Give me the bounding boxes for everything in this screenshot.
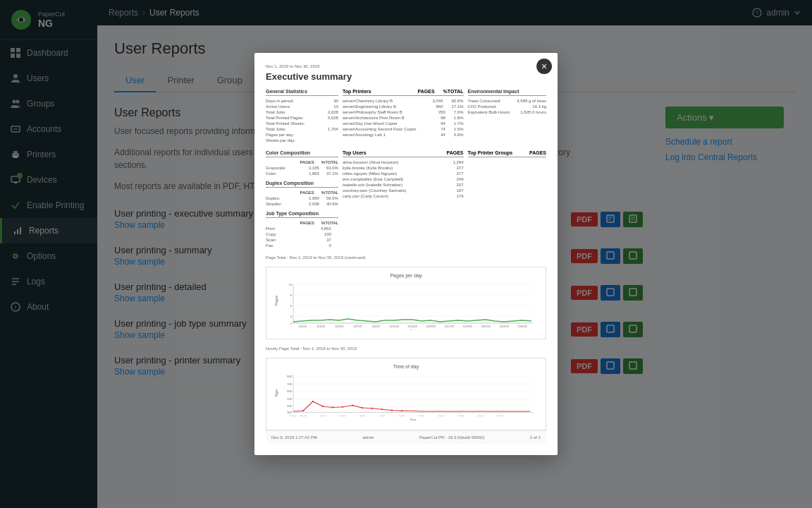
modal-close-button[interactable]: × (536, 59, 552, 74)
printer-row: server\Philosophy Staff Room B3507.0% (343, 109, 464, 115)
duplex-header: Duplex Composition (266, 181, 338, 188)
svg-text:4: 4 (290, 315, 293, 318)
printer-row: server\Architecture Print Room B881.8% (343, 115, 464, 121)
user-row: carly.carr (Carly Carson)176 (343, 193, 464, 199)
stat-row: Total Printed Sheets: (266, 121, 338, 126)
svg-text:8: 8 (290, 294, 293, 297)
user-row: courtney.sam (Courtney Samuels)197 (343, 188, 464, 193)
svg-text:6: 6 (290, 304, 293, 308)
modal-date-range: Nov 1, 2019 to Nov 30, 2019 (266, 64, 546, 68)
svg-text:04:00: 04:00 (320, 415, 326, 417)
env-row: Trees Consumed:4,589 g of trees (468, 98, 547, 104)
color-row: Color:1,86337.1% (266, 171, 338, 176)
svg-text:08:00: 08:00 (359, 415, 366, 417)
svg-point-87 (332, 406, 334, 408)
svg-text:Date: Date (410, 329, 417, 330)
environmental-section: Environmental Impact Trees Consumed:4,58… (468, 89, 547, 143)
chart2-title: Time of day (272, 364, 540, 369)
chart1-svg: Pages 10 8 6 4 2 (272, 281, 540, 330)
env-row: Equivalent Bulb Hours:1,605.0 hours (468, 109, 547, 115)
user-row: erin.campbellini (Evie Campbell)249 (343, 176, 464, 182)
footer-datetime: Dec 9, 2019 1:27:42 PM (271, 435, 317, 440)
svg-text:14:00: 14:00 (419, 415, 425, 417)
chart2-section: Time of day Pages 800 (266, 358, 546, 430)
modal-content: Nov 1, 2019 to Nov 30, 2019 Executive su… (254, 53, 558, 455)
chart1-section: Pages per day Pages 10 8 (266, 267, 546, 339)
jobtype-header-cols: PAGES%TOTAL (266, 220, 338, 226)
jobtype-row: Scan:37 (266, 237, 338, 243)
svg-text:11/17/19: 11/17/19 (444, 325, 454, 328)
svg-point-94 (401, 410, 403, 411)
top-users-section: Top Users PAGES alma.houston (Alma Houst… (343, 150, 464, 248)
svg-text:11/21/19: 11/21/19 (481, 325, 491, 328)
svg-text:11/19/19: 11/19/19 (462, 325, 472, 328)
stat-row: Total Jobs:3,628 (266, 109, 338, 115)
svg-text:800: 800 (287, 376, 292, 378)
svg-text:11/5/19: 11/5/19 (335, 325, 343, 328)
preview-modal: × Nov 1, 2019 to Nov 30, 2019 Executive … (254, 53, 558, 455)
svg-text:Hour: Hour (410, 418, 417, 421)
top-printer-groups-section: Top Printer Groups PAGES (468, 150, 547, 248)
jobtype-row: Copy:100 (266, 231, 338, 237)
user-row: miles.nguyen (Miles Nguyen)277 (343, 171, 464, 176)
svg-point-91 (371, 408, 374, 409)
top-printers-section: Top Printers PAGES%TOTAL server\Chemistr… (343, 89, 464, 143)
svg-text:11/13/19: 11/13/19 (407, 325, 417, 328)
printer-row: server\Sociology Lab 1440.9% (343, 132, 464, 138)
svg-text:Pages: Pages (274, 389, 278, 397)
svg-text:22:00: 22:00 (498, 415, 504, 417)
jobtype-section: Job Type Composition PAGES%TOTAL Print:4… (266, 211, 338, 248)
modal-footer: Dec 9, 2019 1:27:42 PM admin PaperCut PR… (266, 430, 546, 444)
duplex-row: Duplex:2,99059.5% (266, 195, 338, 201)
printer-row: server\Day Use Wood Copier841.7% (343, 121, 464, 126)
svg-text:11/25/19: 11/25/19 (517, 325, 527, 328)
top-printer-groups-header: Top Printer Groups PAGES (468, 150, 547, 157)
duplex-row: Simplex:2,03840.6% (266, 201, 338, 207)
stat-row: Active Users:13 (266, 104, 338, 109)
printer-row: server\Accounting Second Floor Copier741… (343, 126, 464, 132)
color-composition-section: Color Composition PAGES%TOTAL Grayscale:… (266, 150, 338, 248)
svg-text:600: 600 (287, 391, 292, 393)
svg-point-88 (342, 406, 344, 408)
svg-text:18:00: 18:00 (458, 415, 465, 417)
stat-row: Total Jobs:1,704 (266, 126, 338, 132)
svg-text:06:00: 06:00 (340, 415, 346, 417)
stat-row: Total Printed Pages:5,028 (266, 115, 338, 121)
general-stats-header: General Statistics (266, 89, 338, 96)
svg-point-86 (322, 406, 324, 407)
chart2-label-range: Hourly Page Total - Nov 1, 2019 to Nov 3… (266, 346, 546, 351)
user-row: isabelle.sch (Isabelle Schreiber)207 (343, 182, 464, 188)
svg-text:00:00: 00:00 (290, 415, 297, 417)
jobtype-header: Job Type Composition (266, 211, 338, 218)
footer-page: 2 of 2 (530, 435, 541, 440)
svg-text:300: 300 (287, 411, 292, 413)
svg-text:400: 400 (287, 406, 292, 408)
printer-row: server\Engineering Library B86017.1% (343, 104, 464, 109)
svg-text:11/7/19: 11/7/19 (353, 325, 362, 328)
footer-version: PaperCut PR - 19.3.0(build 50832) (419, 435, 484, 440)
svg-text:Pages: Pages (274, 295, 278, 306)
modal-overlay[interactable]: × Nov 1, 2019 to Nov 30, 2019 Executive … (0, 0, 812, 508)
svg-text:20:00: 20:00 (478, 415, 484, 417)
jobtype-row: Fax:0 (266, 243, 338, 248)
modal-middle-section: Color Composition PAGES%TOTAL Grayscale:… (266, 150, 546, 248)
color-row: Grayscale:3,16563.0% (266, 165, 338, 171)
printer-row: server\Chemistry Library B3,04660.6% (343, 98, 464, 104)
svg-point-93 (391, 410, 393, 411)
top-users-header: Top Users PAGES (343, 150, 464, 157)
user-row: kylie.brooke (Kylie Brooks)377 (343, 165, 464, 171)
stat-row: Pages per day: (266, 132, 338, 138)
chart2-svg: Pages 800 700 600 500 (272, 372, 540, 421)
chart1-title: Pages per day (272, 273, 540, 278)
svg-text:11/23/19: 11/23/19 (499, 325, 509, 328)
duplex-section: Duplex Composition PAGES%TOTAL Duplex:2,… (266, 181, 338, 207)
svg-text:500: 500 (287, 398, 292, 400)
svg-text:10:00: 10:00 (379, 415, 386, 417)
env-row: CO2 Produced:16.3 kg (468, 104, 547, 109)
stat-row: Sheets per day: (266, 138, 338, 143)
svg-point-85 (312, 401, 314, 402)
svg-point-89 (352, 405, 354, 406)
svg-text:16:00: 16:00 (438, 415, 445, 417)
stat-row: Days in period:30 (266, 98, 338, 104)
svg-text:10: 10 (289, 283, 293, 286)
